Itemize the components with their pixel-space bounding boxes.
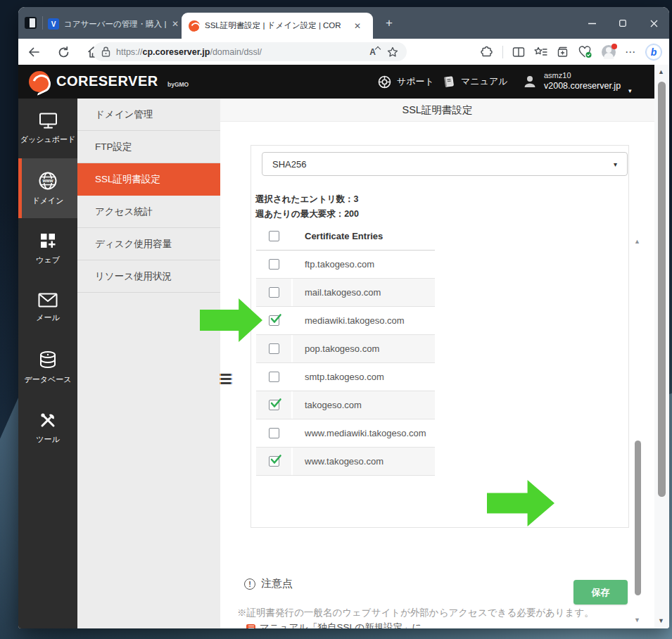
checkbox-unchecked[interactable] — [269, 372, 279, 382]
row-checkbox-cell[interactable] — [256, 448, 291, 475]
certificate-entry-name[interactable]: www.takogeso.com — [293, 448, 435, 475]
check-icon — [270, 455, 281, 464]
row-checkbox-cell[interactable] — [256, 335, 291, 362]
url-text[interactable]: https://cp.coreserver.jp/domain/dssl/ — [116, 47, 369, 57]
tab-close-icon[interactable]: ✕ — [172, 20, 179, 28]
checkbox-unchecked[interactable] — [269, 259, 279, 270]
sidebar-label: ダッシュボード — [20, 134, 76, 145]
favorites-list-icon[interactable] — [534, 46, 547, 58]
save-button[interactable]: 保存 — [573, 580, 628, 605]
select-all-checkbox[interactable] — [269, 231, 279, 241]
toolbar-right-icons: ⋯ b — [481, 44, 662, 61]
submenu-item-access-stats[interactable]: アクセス統計 — [77, 196, 220, 228]
menu-splitter-handle[interactable] — [220, 374, 232, 384]
submenu-item-ssl[interactable]: SSL証明書設定 — [77, 163, 220, 196]
account-menu[interactable]: asmz10 v2008.coreserver.jp ▾ — [522, 65, 632, 99]
page-scrollbar[interactable]: ▲ ▼ — [654, 65, 669, 628]
brand-name[interactable]: CORESERVER — [56, 73, 158, 89]
new-tab-button[interactable]: + — [381, 15, 397, 31]
sidebar-item-dashboard[interactable]: ダッシュボード — [18, 99, 77, 158]
select-all-cell[interactable] — [256, 222, 291, 250]
sidebar-item-domain[interactable]: www ドメイン — [18, 158, 77, 218]
row-checkbox-cell[interactable] — [256, 251, 291, 278]
browser-essentials-icon[interactable] — [578, 46, 592, 58]
checkbox-unchecked[interactable] — [269, 428, 279, 438]
tools-icon — [39, 411, 57, 429]
split-screen-icon[interactable] — [512, 46, 525, 58]
certificate-entry-name[interactable]: mediawiki.takogeso.com — [293, 307, 435, 334]
sidebar-item-tools[interactable]: ツール — [18, 398, 77, 457]
brand-suffix: byGMO — [167, 81, 189, 88]
collections-icon[interactable] — [557, 46, 569, 58]
tab-workspaces-icon[interactable] — [25, 17, 37, 29]
checkbox-checked[interactable] — [269, 315, 279, 326]
table-rows: ftp.takogeso.commail.takogeso.commediawi… — [256, 251, 435, 476]
account-server: v2008.coreserver.jp — [544, 81, 621, 92]
checkbox-unchecked[interactable] — [269, 287, 279, 298]
certificate-entry-name[interactable]: ftp.takogeso.com — [293, 251, 435, 278]
checkbox-unchecked[interactable] — [269, 343, 279, 354]
sidebar-label: ドメイン — [32, 196, 63, 206]
panel-scroll-up-icon[interactable]: ▲ — [634, 238, 640, 245]
certificate-entry-name[interactable]: mail.takogeso.com — [293, 279, 435, 306]
sidebar-label: ウェブ — [36, 255, 60, 265]
close-window-button[interactable] — [638, 10, 669, 37]
scrollbar-down-icon[interactable]: ▼ — [658, 617, 664, 624]
desktop-wallpaper: V コアサーバーの管理・購入 | バリュードメ ✕ SSL証明書設定 | ドメイ… — [0, 0, 672, 639]
support-link[interactable]: サポート — [378, 65, 434, 99]
valuedomain-favicon-icon: V — [48, 18, 59, 30]
table-row: www.takogeso.com — [256, 448, 435, 476]
web-apps-icon — [39, 232, 57, 250]
manual-link[interactable]: マニュアル — [443, 65, 508, 99]
scrollbar-up-icon[interactable]: ▲ — [658, 68, 664, 75]
certificate-entry-name[interactable]: pop.takogeso.com — [293, 335, 435, 362]
back-icon[interactable] — [25, 44, 42, 61]
certificate-entry-name[interactable]: smtp.takogeso.com — [293, 363, 435, 391]
minimize-button[interactable] — [576, 10, 607, 37]
tab-ssl-settings[interactable]: SSL証明書設定 | ドメイン設定 | COR ✕ — [182, 13, 373, 39]
submenu-item-domain-management[interactable]: ドメイン管理 — [77, 99, 220, 131]
window-controls — [576, 10, 669, 42]
browser-window: V コアサーバーの管理・購入 | バリュードメ ✕ SSL証明書設定 | ドメイ… — [18, 7, 669, 628]
read-aloud-icon[interactable]: A — [369, 47, 376, 57]
refresh-icon[interactable] — [55, 44, 72, 61]
hash-algorithm-select[interactable]: SHA256 ▾ — [262, 152, 628, 176]
certificate-entry-name[interactable]: takogeso.com — [293, 391, 435, 419]
svg-text:www: www — [42, 178, 53, 183]
sidebar-item-database[interactable]: データベース — [18, 338, 77, 398]
favorite-star-icon[interactable] — [387, 46, 398, 58]
submenu-item-ftp[interactable]: FTP設定 — [77, 131, 220, 163]
submenu-item-resource-usage[interactable]: リソース使用状況 — [77, 260, 220, 293]
sidebar-item-web[interactable]: ウェブ — [18, 218, 77, 278]
tab-coreserver-purchase[interactable]: V コアサーバーの管理・購入 | バリュードメ ✕ — [48, 14, 193, 34]
table-row: mediawiki.takogeso.com — [256, 307, 435, 335]
certificate-entry-name[interactable]: www.mediawiki.takogeso.com — [293, 419, 435, 447]
support-label: サポート — [397, 75, 434, 88]
row-checkbox-cell[interactable] — [256, 419, 291, 447]
extensions-icon[interactable] — [481, 46, 493, 58]
settings-more-icon[interactable]: ⋯ — [625, 46, 636, 58]
sidebar-item-mail[interactable]: メール — [18, 278, 77, 338]
coreserver-logo-icon[interactable] — [29, 71, 50, 92]
tab-close-icon[interactable]: ✕ — [354, 22, 361, 30]
coreserver-favicon-icon — [189, 20, 200, 32]
row-checkbox-cell[interactable] — [256, 391, 291, 419]
row-checkbox-cell[interactable] — [256, 279, 291, 306]
copilot-bing-icon[interactable]: b — [645, 44, 662, 61]
notes-manual-link[interactable]: マニュアル「独自SSLの新規設定」に — [246, 621, 421, 628]
browser-tabstrip: V コアサーバーの管理・購入 | バリュードメ ✕ SSL証明書設定 | ドメイ… — [18, 7, 669, 39]
address-bar[interactable]: https://cp.coreserver.jp/domain/dssl/ A — [93, 42, 407, 61]
check-icon — [270, 398, 281, 408]
profile-avatar[interactable] — [602, 45, 616, 59]
checkbox-checked[interactable] — [269, 400, 279, 410]
notes-line2-text: マニュアル「独自SSLの新規設定」に — [260, 621, 421, 628]
checkbox-checked[interactable] — [269, 456, 279, 467]
submenu-item-disk-usage[interactable]: ディスク使用容量 — [77, 228, 220, 260]
table-row: takogeso.com — [256, 391, 435, 419]
panel-scrollbar-thumb[interactable] — [635, 441, 641, 595]
row-checkbox-cell[interactable] — [256, 363, 291, 391]
scrollbar-thumb[interactable] — [658, 82, 666, 497]
panel-scroll-down-icon[interactable]: ▼ — [634, 616, 640, 624]
table-row: smtp.takogeso.com — [256, 363, 435, 391]
maximize-button[interactable] — [607, 10, 638, 37]
